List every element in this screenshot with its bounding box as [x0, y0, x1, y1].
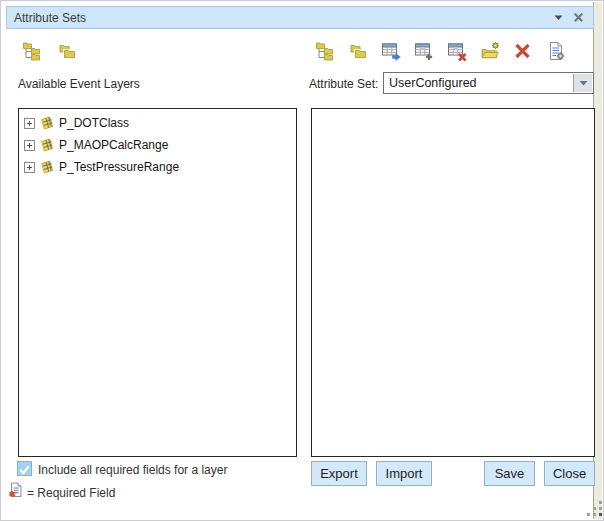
available-event-layers-list[interactable]: P_DOTClass P_MAOPCalcRange P_TestPressur… — [18, 108, 297, 457]
close-button[interactable]: Close — [544, 461, 595, 486]
new-attribute-set-tree-button[interactable] — [22, 41, 42, 61]
expand-plus-icon[interactable] — [24, 140, 35, 151]
copy-folders-button[interactable] — [57, 41, 77, 61]
chevron-down-icon[interactable] — [554, 15, 563, 21]
titlebar-controls — [554, 12, 593, 23]
close-icon[interactable] — [573, 12, 584, 23]
required-field-icon — [8, 482, 24, 498]
available-event-layers-label: Available Event Layers — [18, 77, 140, 91]
table-delete-icon — [447, 41, 467, 61]
combobox-dropdown-button[interactable] — [573, 74, 592, 92]
attribute-sets-dialog: Attribute Sets — [0, 0, 604, 521]
table-export-button[interactable] — [381, 41, 401, 61]
layer-name: P_TestPressureRange — [59, 160, 179, 174]
include-required-fields-label: Include all required fields for a layer — [38, 463, 227, 477]
table-delete-button[interactable] — [447, 41, 467, 61]
left-toolbar — [22, 41, 77, 61]
folder-gear-icon — [480, 41, 500, 61]
attribute-set-combobox[interactable]: UserConfigured — [383, 72, 594, 94]
event-layer-icon — [39, 159, 55, 175]
copy-folders-button[interactable] — [348, 41, 368, 61]
table-export-icon — [381, 41, 401, 61]
table-add-button[interactable] — [414, 41, 434, 61]
folder-gear-button[interactable] — [480, 41, 500, 61]
attribute-set-value: UserConfigured — [384, 73, 593, 93]
attribute-set-tree-icon — [22, 41, 42, 61]
delete-button[interactable] — [513, 41, 533, 61]
delete-x-icon — [513, 41, 533, 61]
attribute-set-fields-list[interactable] — [311, 108, 595, 457]
event-layer-icon — [39, 115, 55, 131]
required-field-legend: = Required Field — [27, 486, 115, 500]
import-button[interactable]: Import — [376, 461, 432, 486]
layer-name: P_MAOPCalcRange — [59, 138, 168, 152]
expand-plus-icon[interactable] — [24, 118, 35, 129]
tree-item-layer[interactable]: P_MAOPCalcRange — [19, 134, 296, 156]
document-gear-icon — [546, 41, 566, 61]
save-button[interactable]: Save — [484, 461, 535, 486]
tree-item-layer[interactable]: P_DOTClass — [19, 112, 296, 134]
layer-name: P_DOTClass — [59, 116, 129, 130]
right-toolbar — [315, 41, 566, 61]
table-add-icon — [414, 41, 434, 61]
chevron-down-icon — [579, 80, 588, 86]
expand-plus-icon[interactable] — [24, 162, 35, 173]
tree-item-layer[interactable]: P_TestPressureRange — [19, 156, 296, 178]
attribute-set-label: Attribute Set: — [309, 77, 378, 91]
event-layer-icon — [39, 137, 55, 153]
copy-folders-icon — [348, 41, 368, 61]
titlebar[interactable]: Attribute Sets — [6, 6, 594, 29]
checkmark-icon — [18, 463, 31, 476]
document-settings-button[interactable] — [546, 41, 566, 61]
resize-grip[interactable] — [587, 500, 604, 517]
attribute-set-tree-icon — [315, 41, 335, 61]
attribute-set-tree-button[interactable] — [315, 41, 335, 61]
copy-folders-icon — [57, 41, 77, 61]
dialog-title: Attribute Sets — [7, 11, 554, 25]
export-button[interactable]: Export — [311, 461, 367, 486]
include-required-fields-checkbox[interactable] — [17, 461, 32, 476]
